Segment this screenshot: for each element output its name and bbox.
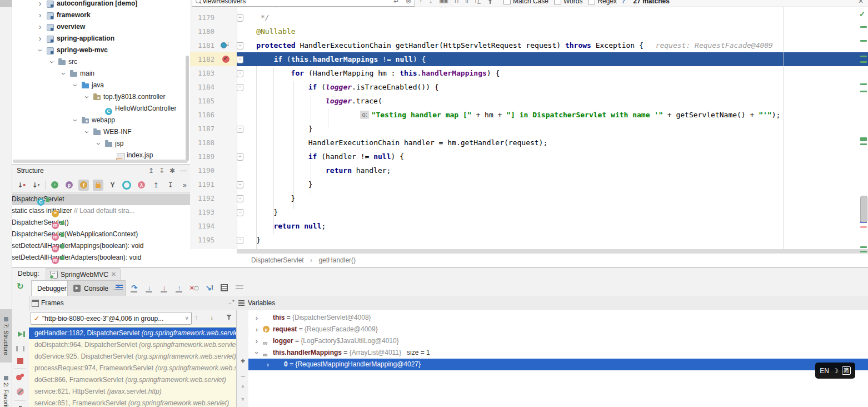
chevron-down-icon[interactable]: › [93, 141, 104, 147]
next-occurrence-icon[interactable]: ↓ [429, 0, 432, 5]
frame-row[interactable]: doDispatch:964, DispatcherServlet (org.s… [29, 339, 236, 351]
variable-row[interactable]: ›prequest = {RequestFacade@4009} [248, 324, 868, 335]
fold-marker-icon[interactable]: − [237, 14, 243, 22]
code-line[interactable]: 1182−if (this.handlerMappings != null) { [190, 52, 868, 66]
words-label[interactable]: Words [563, 0, 582, 5]
code-line[interactable]: 1193−} [190, 205, 868, 219]
trace-settings-icon[interactable] [235, 283, 244, 292]
fold-marker-icon[interactable]: − [237, 56, 243, 63]
chevron-right-icon[interactable]: › [37, 9, 43, 21]
search-filter-icon[interactable]: ΙΙ [465, 0, 468, 4]
structure-item[interactable]: =static class initializer // Load defaul… [12, 205, 190, 217]
fold-marker-icon[interactable]: − [237, 42, 243, 49]
code-line[interactable]: 1188HandlerExecutionChain handler = hm.g… [190, 136, 868, 150]
chevron-right-icon[interactable]: › [265, 359, 271, 370]
hide-library-frames-icon[interactable] [226, 314, 232, 320]
show-inherited-icon[interactable]: ↑ [49, 180, 60, 191]
resume-icon[interactable] [11, 331, 29, 337]
previous-occurrence-icon[interactable]: ↑ [419, 0, 422, 5]
mute-breakpoints-icon[interactable] [11, 388, 29, 395]
structure-item[interactable]: ›CDispatcherServlet [12, 193, 190, 205]
structure-item[interactable]: mDispatcherServlet() [12, 217, 190, 229]
chevron-right-icon[interactable]: › [254, 335, 260, 347]
tree-item[interactable]: ›overview [12, 21, 190, 33]
tree-item[interactable]: ›WEB-INF [12, 126, 190, 138]
close-search-icon[interactable]: ✕ [858, 0, 864, 5]
code-line[interactable]: 1179−*/ [190, 11, 868, 24]
add-watch-icon[interactable]: + [237, 356, 249, 365]
chevron-right-icon[interactable]: › [37, 0, 43, 9]
fold-marker-icon[interactable]: − [237, 70, 243, 77]
frame-row[interactable]: getHandler:1182, DispatcherServlet (org.… [29, 327, 236, 339]
thread-dropdown[interactable]: ✓ "http-bio-8080-exec-3"@4,006 in group.… [31, 312, 192, 325]
show-fields-icon[interactable]: f [78, 180, 89, 191]
fold-marker-icon[interactable]: − [237, 209, 243, 216]
inspection-status-icon[interactable]: ✓ [859, 10, 865, 18]
tree-item[interactable]: ›main [12, 68, 190, 80]
structure-item[interactable]: msetDetectAllHandlerMappings(boolean): v… [12, 240, 190, 252]
code-line[interactable]: 1192−} [190, 191, 868, 205]
project-horizontal-scrollbar[interactable] [13, 160, 188, 163]
close-session-icon[interactable]: ✕ [111, 271, 116, 278]
chevron-down-icon[interactable]: › [251, 350, 263, 356]
code-line[interactable]: 1190return handler; [190, 163, 868, 177]
move-up-icon[interactable]: ▲ [237, 383, 249, 389]
code-line[interactable]: 1191−} [190, 177, 868, 191]
chevron-down-icon[interactable]: › [34, 48, 46, 53]
sort-alphabetically-icon[interactable]: ⇣z [31, 180, 41, 191]
show-interfaces-icon[interactable] [122, 180, 132, 191]
fold-marker-icon[interactable]: − [237, 126, 243, 133]
frame-row[interactable]: service:851, FrameworkServlet (org.sprin… [29, 398, 236, 407]
tree-item[interactable]: CHelloWorldController [12, 103, 190, 115]
editor[interactable]: 1178* @return the HandlerExecutionChain,… [190, 0, 868, 267]
step-into-icon[interactable]: ↓ [144, 283, 154, 292]
tree-item[interactable]: ›jsp [12, 138, 190, 150]
frame-row[interactable]: service:621, HttpServlet (javax.servlet.… [29, 386, 236, 398]
move-down-icon[interactable]: ▼ [237, 396, 249, 402]
more-icon[interactable]: » [179, 180, 190, 191]
regex-checkbox[interactable] [588, 0, 595, 4]
tree-item[interactable]: ›webapp [12, 115, 190, 126]
search-in-selection-icon[interactable]: Π [455, 0, 458, 4]
next-frame-icon[interactable]: ↓ [210, 314, 213, 321]
code-line[interactable]: 1183−for (HandlerMapping hm : this.handl… [190, 66, 868, 80]
step-over-icon[interactable]: ↷ [129, 283, 139, 292]
show-execution-point-icon[interactable] [114, 283, 124, 292]
fold-marker-icon[interactable]: − [237, 84, 243, 91]
select-all-occurrences-icon[interactable]: ▣▣ [439, 0, 447, 4]
show-properties-icon[interactable]: p [64, 180, 74, 191]
chevron-right-icon[interactable]: › [37, 33, 43, 44]
show-lambdas-icon[interactable]: λ [136, 180, 147, 191]
structure-item[interactable]: msetDetectAllHandlerAdapters(boolean): v… [12, 252, 190, 264]
code-line[interactable]: 1180@Nullable [190, 24, 868, 38]
code-line[interactable]: 1186o:"Testing handler map [" + hm + "] … [190, 108, 868, 122]
evaluate-expression-icon[interactable] [220, 283, 229, 292]
debug-session-tab[interactable]: SpringWebMVC ✕ [46, 268, 121, 280]
collapse-all-icon[interactable]: ↧ [165, 180, 176, 191]
force-step-into-icon[interactable]: ↓ [159, 283, 169, 292]
group-methods-icon[interactable]: Y [107, 180, 118, 191]
stop-icon[interactable] [11, 358, 29, 364]
breadcrumb-class[interactable]: DispatcherServlet [251, 256, 304, 264]
tree-item[interactable]: ›framework [12, 9, 190, 21]
code-line[interactable]: 1194return null; [190, 219, 868, 233]
tree-item[interactable]: ›spring-web-mvc [12, 44, 190, 56]
previous-frame-icon[interactable]: ↑ [194, 314, 198, 321]
variable-row[interactable]: ›0 = {RequestMappingHandlerMapping@4027} [248, 359, 868, 370]
chevron-down-icon[interactable]: › [81, 130, 93, 135]
collapse-all-icon[interactable]: ↧ [159, 165, 164, 177]
frame-row[interactable]: processRequest:974, FrameworkServlet (or… [29, 363, 236, 374]
remove-watch-icon[interactable]: − [237, 372, 249, 381]
chevron-right-icon[interactable]: › [37, 21, 43, 33]
fold-marker-icon[interactable]: − [237, 195, 243, 202]
tree-item[interactable]: ›spring-application [12, 33, 190, 44]
chevron-down-icon[interactable]: › [69, 83, 81, 88]
new-line-icon[interactable]: ↵ [393, 0, 399, 5]
code-line[interactable]: 1189−if (handler != null) { [190, 150, 868, 163]
clear-search-icon[interactable]: ⊗ [406, 0, 411, 5]
breakpoint-icon[interactable] [222, 56, 230, 63]
rerun-icon[interactable]: ↻ [17, 281, 24, 291]
chevron-down-icon[interactable]: › [24, 197, 36, 202]
settings-gear-icon[interactable]: ✱ [169, 165, 175, 177]
run-to-cursor-icon[interactable]: ↘I [204, 283, 214, 292]
